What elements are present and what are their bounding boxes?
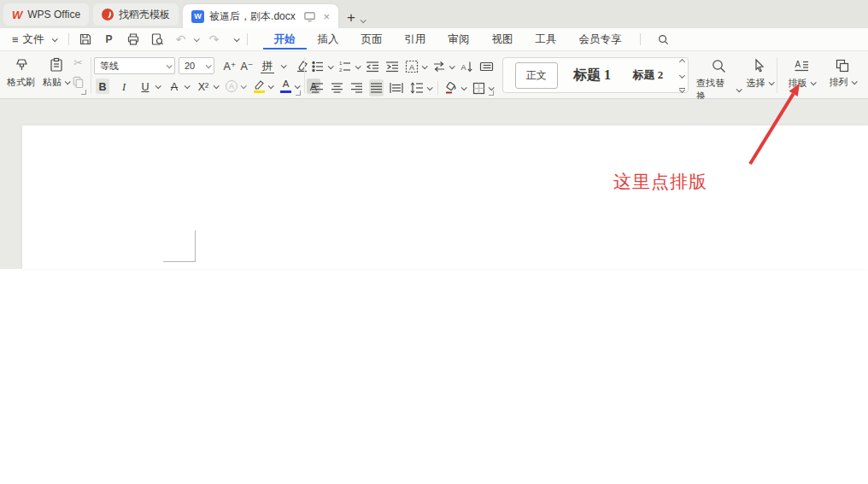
style-normal[interactable]: 正文 [508, 62, 564, 89]
divider [68, 33, 69, 45]
highlight-color-button[interactable] [253, 79, 273, 93]
divider [640, 33, 641, 45]
new-tab-button[interactable]: + [347, 10, 355, 25]
menu-tab-member[interactable]: 会员专享 [568, 29, 633, 50]
phonetic-guide-button[interactable]: 拼 [261, 58, 274, 73]
strikethrough-letter: A [167, 79, 181, 94]
text-effects-button[interactable]: A [226, 80, 245, 92]
font-family-select[interactable]: 等线 [94, 57, 175, 74]
paste-button[interactable]: 粘贴 [43, 56, 69, 89]
undo-chevron-icon[interactable] [193, 36, 199, 42]
shading-color-button[interactable] [443, 79, 466, 96]
arrange-icon [835, 58, 850, 73]
clipboard-dialog-launcher[interactable] [81, 90, 86, 95]
scroll-down-icon[interactable] [679, 73, 685, 79]
font-size-select[interactable]: 20 [179, 57, 214, 74]
more-styles-icon[interactable] [679, 88, 685, 92]
file-menu-button[interactable]: ≡ 文件 [7, 32, 62, 47]
menu-tab-review[interactable]: 审阅 [437, 29, 481, 50]
bullet-list-button[interactable] [310, 58, 333, 75]
superscript-letter: X² [196, 79, 210, 94]
word-document-icon: W [191, 10, 204, 23]
increase-font-size-button[interactable]: A⁺ [223, 58, 237, 73]
print-preview-button[interactable] [150, 32, 165, 47]
paragraph-dialog-launcher[interactable] [489, 90, 494, 96]
divider [247, 33, 248, 45]
tab-wps-home[interactable]: W WPS Office [3, 3, 89, 26]
underline-button[interactable]: U [138, 79, 160, 94]
search-icon [657, 33, 670, 46]
increase-indent-button[interactable] [384, 58, 400, 75]
tab-close-icon[interactable]: × [323, 11, 330, 22]
scroll-up-icon[interactable] [679, 59, 685, 65]
font-color-icon: A [280, 79, 291, 93]
menu-bar: ≡ 文件 P ↶ ↷ [0, 28, 868, 50]
character-border-button[interactable]: A [404, 58, 427, 75]
menu-tab-references[interactable]: 引用 [394, 29, 437, 50]
typeset-icon: A [794, 58, 810, 74]
save-icon [79, 32, 92, 46]
menu-tab-view[interactable]: 视图 [481, 29, 525, 50]
quick-access-chevron-icon[interactable] [233, 36, 239, 42]
arrange-button[interactable]: 排列 [825, 58, 859, 89]
cut-copy-column: ✂ [72, 56, 85, 88]
font-family-value: 等线 [100, 60, 119, 73]
copy-button[interactable] [72, 75, 85, 88]
italic-button[interactable]: I [117, 79, 131, 94]
superscript-button[interactable]: X² [196, 79, 218, 94]
menu-tab-page[interactable]: 页面 [350, 29, 394, 50]
line-spacing-button[interactable] [409, 79, 432, 96]
chevron-down-icon [449, 63, 455, 69]
menu-tab-home[interactable]: 开始 [263, 29, 307, 50]
align-center-button[interactable] [330, 79, 344, 96]
tab-docer-templates[interactable]: 找稻壳模板 [93, 3, 179, 26]
print-button[interactable] [126, 32, 141, 47]
tab-list-chevron-icon[interactable] [361, 17, 367, 23]
justify-button[interactable] [369, 79, 384, 96]
chevron-down-icon [489, 85, 495, 90]
redo-button[interactable]: ↷ [207, 32, 222, 47]
divider [91, 57, 91, 93]
tab-document-active[interactable]: W 被逼后，剧本.docx × [183, 4, 338, 28]
style-heading1[interactable]: 标题 1 [564, 67, 619, 85]
device-sync-icon[interactable] [303, 10, 316, 23]
undo-button[interactable]: ↶ [173, 32, 189, 47]
chevron-down-icon [851, 79, 857, 85]
chinese-layout-button[interactable] [431, 58, 455, 75]
numbered-list-button[interactable]: 12 [337, 58, 361, 75]
menu-tab-insert[interactable]: 插入 [307, 29, 350, 50]
decrease-font-size-button[interactable]: A⁻ [240, 58, 254, 73]
cut-button[interactable]: ✂ [73, 56, 83, 69]
strikethrough-button[interactable]: A [167, 79, 189, 94]
show-paragraph-marks-button[interactable] [478, 58, 495, 75]
save-button[interactable] [78, 32, 93, 47]
decrease-indent-button[interactable] [365, 58, 380, 75]
wps-logo-icon: W [12, 9, 22, 21]
highlighter-icon [253, 79, 265, 93]
chevron-down-icon [355, 63, 361, 69]
sort-button[interactable]: A [459, 58, 474, 75]
menu-tab-tools[interactable]: 工具 [525, 29, 568, 50]
chevron-down-icon [268, 83, 274, 89]
font-dialog-launcher[interactable] [296, 90, 301, 96]
format-painter-button[interactable]: 格式刷 [7, 56, 35, 89]
align-right-button[interactable] [349, 79, 364, 96]
tab-bar: W WPS Office 找稻壳模板 W 被逼后，剧本.docx × + [0, 0, 868, 28]
page-margin-mark [163, 230, 196, 262]
chevron-down-icon [185, 83, 191, 89]
chevron-down-icon [422, 63, 428, 69]
print-preview-icon [150, 32, 164, 46]
chevron-down-icon [65, 79, 71, 85]
ribbon-search-button[interactable] [656, 32, 672, 47]
chevron-down-icon[interactable] [281, 62, 287, 68]
chevron-down-icon [241, 83, 247, 89]
style-heading2[interactable]: 标题 2 [620, 67, 676, 83]
bold-button[interactable]: B [96, 79, 109, 94]
chevron-down-icon [155, 83, 161, 89]
align-left-button[interactable] [310, 79, 325, 96]
export-pdf-button[interactable]: P [102, 32, 117, 47]
tab-label: WPS Office [27, 9, 80, 20]
chevron-down-icon [51, 36, 57, 42]
divider [437, 81, 438, 95]
distribute-text-button[interactable] [389, 79, 404, 96]
